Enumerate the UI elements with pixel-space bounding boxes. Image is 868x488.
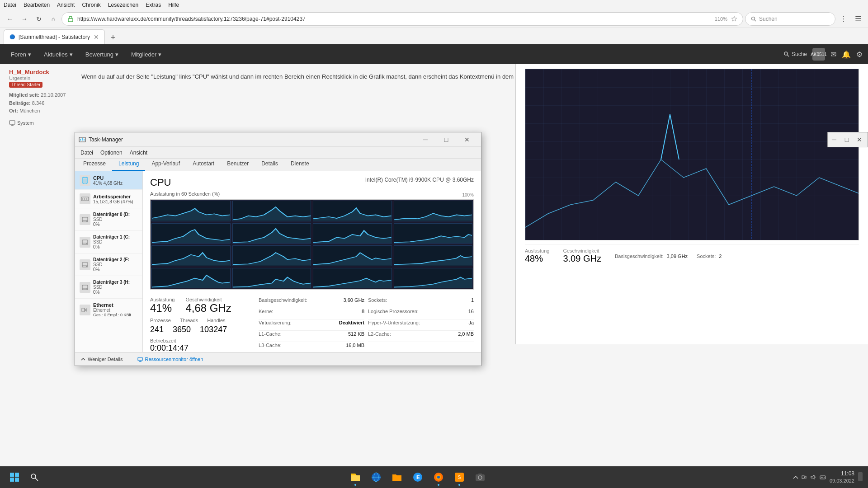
start-button[interactable] [5,468,24,486]
tab-leistung[interactable]: Leistung [112,159,145,171]
menu-datei-tm[interactable]: Datei [77,149,97,157]
tab-details[interactable]: Details [255,159,284,171]
active-tab[interactable]: 🔵 [Sammelthread] - Satisfactory ✕ [4,29,105,44]
tab-prozesse[interactable]: Prozesse [77,159,112,171]
site-nav-right: Suche AK0511 ✉ 🔔 ⚙ [783,48,863,61]
search-button[interactable] [25,468,43,486]
settings-icon[interactable]: ⚙ [856,50,863,59]
nav-mitglieder[interactable]: Mitglieder ▾ [126,48,167,61]
left-item-disk3[interactable]: Datenträger 3 (H: SSD 0% [75,276,142,299]
reload-button[interactable]: ↻ [33,13,45,25]
file-explorer-icon [349,471,361,483]
left-item-ram[interactable]: Arbeitsspeicher 15,1/31,8 GB (47%) [75,190,142,208]
menu-ansicht[interactable]: Ansicht [57,2,75,8]
threads-value: 3650 [173,325,191,334]
left-item-cpu[interactable]: CPU 41% 4,68 GHz [75,171,142,190]
search-placeholder: Suchen [759,16,778,22]
svg-text:IE: IE [416,475,420,480]
home-button[interactable]: ⌂ [47,13,60,25]
taskbar-app-folder[interactable] [387,467,407,487]
notification-area[interactable] [858,472,863,482]
tab-app-verlauf[interactable]: App-Verlauf [145,159,186,171]
network-icon [802,474,808,480]
new-tab-button[interactable]: + [107,31,119,44]
virtualisierung-pair: Virtualisierung: Deaktiviert [259,319,364,331]
partial-close[interactable]: ✕ [853,132,866,147]
menu-chronik[interactable]: Chronik [82,2,100,8]
svg-rect-77 [478,474,482,475]
l2-pair: L2-Cache: 2,0 MB [368,331,474,342]
left-item-ethernet-info: Ethernet Ethernet Ges.: 0 Empf.: 0 KBit [93,302,138,317]
chevron-up-icon [80,357,86,362]
disk1-icon [80,237,90,248]
handles-value: 103247 [200,325,227,334]
taskmanager-window: Task-Manager ─ □ ✕ Datei Optionen Ansich… [75,132,481,366]
taskbar-app-camera[interactable] [470,467,490,487]
taskmanager-icon [79,136,86,143]
tab-autostart[interactable]: Autostart [186,159,221,171]
star-icon[interactable] [731,16,737,22]
menu-lesezeichen[interactable]: Lesezeichen [108,2,138,8]
taskbar-app-satisfactory[interactable]: S [449,467,469,487]
tab-benutzer[interactable]: Benutzer [221,159,255,171]
tab-bar: 🔵 [Sammelthread] - Satisfactory ✕ + [0,28,868,44]
svg-marker-43 [394,213,472,221]
menu-datei[interactable]: Datei [4,2,16,8]
user-sidebar: H_M_Murdock Urgestein Thread Starter Mit… [9,69,81,126]
browser-frame: Datei Bearbeiten Ansicht Chronik Lesezei… [0,0,868,488]
cpu-graph-14 [232,268,311,289]
bg-geschwindigkeit: Geschwindigkeit 3.09 GHz [563,248,601,264]
menu-optionen-tm[interactable]: Optionen [97,149,126,157]
partial-maximize[interactable]: □ [840,132,853,147]
svg-rect-39 [82,308,85,312]
left-item-disk0-info: Datenträger 0 (D: SSD 0% [93,212,138,227]
menu-ansicht-tm[interactable]: Ansicht [126,149,151,157]
user-avatar[interactable]: AK0511 [812,48,825,61]
nav-search-btn[interactable]: Suche [783,51,807,57]
bg-stats-bar: Auslastung 48% Geschwindigkeit 3.09 GHz … [525,244,859,267]
search-icon-browser [751,16,756,22]
nav-foren[interactable]: Foren ▾ [5,48,37,61]
extensions-button[interactable]: ⋮ [837,13,850,25]
minimize-button[interactable]: ─ [415,132,436,147]
window-controls: ─ □ ✕ [415,132,477,147]
ram-icon [80,193,90,204]
svg-point-38 [86,288,87,289]
search-box[interactable]: Suchen [745,12,835,26]
menu-extras[interactable]: Extras [146,2,161,8]
taskbar-app-files[interactable] [345,467,365,487]
maximize-button[interactable]: □ [436,132,457,147]
process-values: 241 3650 103247 [150,325,250,334]
more-button[interactable]: ☰ [852,13,864,25]
notification-icon[interactable]: ✉ [830,50,836,59]
forward-button[interactable]: → [18,13,31,25]
taskbar-app-circle[interactable]: IE [408,467,428,487]
address-bar[interactable]: https://www.hardwareluxx.de/community/th… [61,12,743,26]
close-tab-button[interactable]: ✕ [94,33,99,41]
chevron-up-tray-icon[interactable] [793,474,799,480]
partial-minimize[interactable]: ─ [828,132,840,147]
left-item-ethernet[interactable]: Ethernet Ethernet Ges.: 0 Empf.: 0 KBit [75,299,142,321]
left-item-disk2[interactable]: Datenträger 2 (F: SSD 0% [75,253,142,276]
back-button[interactable]: ← [4,13,16,25]
alert-icon[interactable]: 🔔 [842,50,851,59]
hyperv-pair: Hyper-V-Unterstützung: Ja [368,319,474,331]
tab-dienste[interactable]: Dienste [284,159,316,171]
window-footer: Weniger Details Ressourcenmonitor öffnen [75,352,481,366]
taskbar-app-browser[interactable] [366,467,386,487]
less-details-button[interactable]: Weniger Details [80,357,123,362]
menu-hilfe[interactable]: Hilfe [168,2,179,8]
nav-bewertung[interactable]: Bewertung ▾ [80,48,124,61]
svg-rect-61 [10,478,14,482]
svg-marker-42 [313,208,392,221]
nav-aktuelles[interactable]: Aktuelles ▾ [38,48,78,61]
taskbar-app-firefox[interactable] [429,467,448,487]
window-title: Task-Manager [89,136,415,143]
resource-monitor-link[interactable]: Ressourcenmonitor öffnen [137,357,203,362]
left-item-disk0[interactable]: Datenträger 0 (D: SSD 0% [75,208,142,231]
close-button[interactable]: ✕ [457,132,477,147]
left-item-disk1[interactable]: Datenträger 1 (C: SSD 0% [75,231,142,253]
menu-bearbeiten[interactable]: Bearbeiten [24,2,50,8]
svg-line-64 [35,478,38,481]
taskbar-dot [354,484,356,486]
